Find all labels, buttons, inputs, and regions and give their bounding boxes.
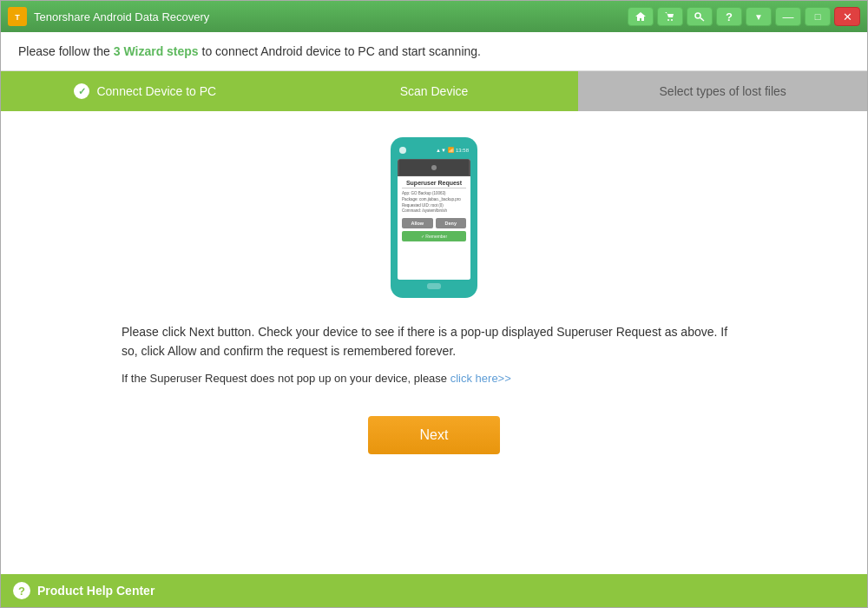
requested-uid: Requested UID: root (0) — [402, 203, 466, 209]
restore-button[interactable]: □ — [805, 7, 831, 26]
content-area: Please follow the 3 Wizard steps to conn… — [1, 32, 867, 607]
instruction-bar: Please follow the 3 Wizard steps to conn… — [1, 32, 867, 71]
next-button-container: Next — [368, 416, 501, 454]
cart-button[interactable] — [657, 7, 683, 26]
svg-point-6 — [431, 165, 437, 170]
phone-mockup: ▲▼ 📶 13:58 — [391, 137, 477, 298]
app-value: GO Backup (10063) — [411, 191, 446, 195]
phone-home-button — [427, 283, 441, 289]
click-here-link[interactable]: click here>> — [450, 372, 511, 385]
svg-point-3 — [671, 19, 673, 21]
svg-text:T: T — [15, 13, 20, 22]
tab-scan-label: Scan Device — [400, 84, 469, 98]
phone-deny-button: Deny — [436, 218, 467, 228]
next-button[interactable]: Next — [368, 416, 501, 454]
main-text-area: Please click Next button. Check your dev… — [122, 322, 746, 385]
app-title: Tenorshare Android Data Recovery — [34, 10, 621, 23]
footer-label: Product Help Center — [37, 584, 155, 598]
phone-led — [399, 147, 406, 154]
minimize-button[interactable]: — — [775, 7, 801, 26]
tab-scan-device[interactable]: Scan Device — [290, 71, 579, 111]
phone-remember-button: ✓ Remember — [402, 231, 466, 241]
superuser-dialog: Superuser Request App: GO Backup (10063)… — [398, 176, 470, 279]
main-content: ▲▼ 📶 13:58 — [1, 111, 867, 574]
phone-status-bar: ▲▼ 📶 13:58 — [396, 144, 472, 155]
secondary-instruction: If the Superuser Request does not pop up… — [122, 372, 746, 385]
check-icon: ✓ — [74, 83, 89, 99]
package-value: com.jiubao._backup.pro — [419, 197, 461, 202]
help-button[interactable]: ? — [716, 7, 742, 26]
phone-screen-header — [398, 159, 470, 176]
superuser-title: Superuser Request — [402, 180, 466, 188]
superuser-info: App: GO Backup (10063) Package: com.jiub… — [402, 191, 466, 215]
app-icon: T — [8, 7, 27, 26]
phone-illustration: ▲▼ 📶 13:58 — [391, 137, 477, 298]
phone-status-info: ▲▼ 📶 13:58 — [436, 147, 469, 153]
main-instruction: Please click Next button. Check your dev… — [122, 322, 746, 361]
title-bar: T Tenorshare Android Data Recovery — [1, 1, 867, 32]
key-button[interactable] — [687, 7, 713, 26]
dropdown-button[interactable]: ▼ — [746, 7, 772, 26]
command: Command: /system/bin/sh — [402, 208, 466, 215]
window-controls: ? ▼ — □ ✕ — [628, 7, 860, 26]
tab-select-label: Select types of lost files — [660, 84, 786, 98]
superuser-action-buttons: Allow Deny — [402, 218, 466, 228]
footer-help-icon: ? — [13, 582, 30, 599]
home-button[interactable] — [628, 7, 654, 26]
svg-point-2 — [667, 19, 669, 21]
app-window: T Tenorshare Android Data Recovery — [0, 0, 868, 608]
phone-screen: Superuser Request App: GO Backup (10063)… — [398, 159, 470, 279]
steps-tabs: ✓ Connect Device to PC Scan Device Selec… — [1, 71, 867, 111]
footer: ? Product Help Center — [1, 574, 867, 607]
package-label: Package: — [402, 197, 418, 202]
tab-connect-label: Connect Device to PC — [96, 84, 216, 98]
instruction-suffix: to connect Android device to PC and star… — [199, 44, 481, 58]
tab-select-types[interactable]: Select types of lost files — [578, 71, 867, 111]
close-button[interactable]: ✕ — [834, 7, 860, 26]
app-label: App: — [402, 191, 410, 195]
secondary-text: If the Superuser Request does not pop up… — [122, 372, 450, 385]
instruction-prefix: Please follow the — [18, 44, 114, 58]
instruction-highlight: 3 Wizard steps — [114, 44, 199, 58]
phone-allow-button: Allow — [402, 218, 433, 228]
tab-connect-device[interactable]: ✓ Connect Device to PC — [1, 71, 290, 111]
